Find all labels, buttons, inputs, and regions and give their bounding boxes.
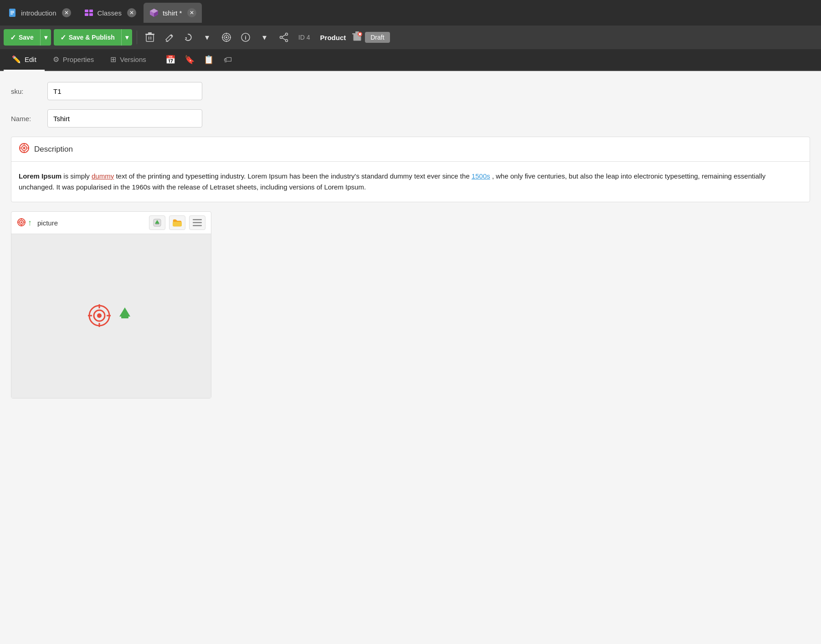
- svg-point-28: [285, 33, 287, 36]
- refresh-dropdown[interactable]: ▾: [199, 29, 216, 46]
- svg-rect-4: [85, 10, 88, 12]
- picture-label: picture: [36, 219, 145, 227]
- description-header: Description: [11, 137, 810, 162]
- calendar-icon[interactable]: 📅: [162, 51, 179, 68]
- tab-tshirt[interactable]: tshirt * ✕: [144, 3, 202, 23]
- svg-rect-68: [121, 317, 128, 318]
- info-button[interactable]: i: [237, 29, 254, 46]
- tab-bar: introduction ✕ Classes ✕ tshirt * ✕: [0, 0, 821, 26]
- draft-label: Draft: [365, 32, 390, 43]
- sku-label: sku:: [11, 87, 47, 95]
- svg-rect-6: [85, 13, 88, 16]
- tab-classes-close[interactable]: ✕: [127, 8, 136, 17]
- svg-rect-12: [146, 35, 154, 41]
- svg-point-30: [280, 36, 282, 39]
- product-badge: Product: [317, 34, 350, 41]
- svg-rect-56: [173, 222, 182, 226]
- tab-classes[interactable]: Classes ✕: [78, 3, 142, 23]
- tab-introduction[interactable]: introduction ✕: [2, 3, 77, 23]
- description-body: Lorem Ipsum is simply dummy text of the …: [11, 162, 810, 202]
- id-badge: ID 4: [295, 34, 314, 41]
- svg-point-29: [285, 40, 287, 42]
- tab-versions[interactable]: ⊞ Versions: [102, 49, 154, 71]
- draft-badge: Draft: [352, 31, 390, 44]
- description-link[interactable]: 1500s: [472, 172, 490, 180]
- refresh-button[interactable]: [180, 29, 196, 46]
- versions-icon: ⊞: [110, 55, 116, 64]
- sku-input[interactable]: [47, 82, 202, 100]
- tab-tshirt-label: tshirt *: [163, 9, 182, 17]
- picture-upload-button[interactable]: [149, 215, 165, 230]
- delete-button[interactable]: [142, 29, 158, 46]
- toolbar-separator-1: [137, 31, 137, 44]
- svg-rect-16: [148, 32, 152, 34]
- svg-rect-3: [10, 14, 13, 15]
- svg-rect-5: [89, 10, 93, 12]
- toolbar: ✓ Save ▾ ✓ Save & Publish ▾: [0, 26, 821, 49]
- svg-rect-55: [155, 224, 159, 225]
- picture-folder-button[interactable]: [169, 215, 185, 230]
- save-dropdown[interactable]: ▾: [40, 29, 51, 46]
- save-checkmark-icon: ✓: [10, 33, 16, 42]
- picture-large-upload-icon: [115, 306, 135, 327]
- svg-rect-15: [145, 34, 154, 35]
- save-button[interactable]: ✓ Save ▾: [4, 29, 51, 46]
- draft-delete-icon[interactable]: [352, 31, 362, 44]
- svg-line-32: [282, 38, 286, 40]
- name-input[interactable]: [47, 109, 202, 128]
- svg-rect-2: [10, 12, 14, 13]
- svg-marker-67: [119, 307, 130, 317]
- section-tabs: ✏️ Edit ⚙ Properties ⊞ Versions 📅 🔖 📋 🏷: [0, 49, 821, 71]
- picture-section: ↑ picture: [11, 211, 211, 399]
- save-publish-button[interactable]: ✓ Save & Publish ▾: [54, 29, 132, 46]
- main-content: sku: Name: Description Lorem I: [0, 71, 821, 644]
- description-bold: Lorem Ipsum: [19, 172, 62, 180]
- classes-icon: [84, 8, 94, 18]
- svg-point-48: [21, 221, 22, 223]
- tab-edit[interactable]: ✏️ Edit: [4, 49, 45, 71]
- save-publish-dropdown[interactable]: ▾: [121, 29, 132, 46]
- picture-body[interactable]: [11, 234, 211, 398]
- clipboard-icon[interactable]: 📋: [200, 51, 217, 68]
- edit-icon: ✏️: [12, 55, 21, 64]
- target-button[interactable]: [218, 29, 235, 46]
- doc-icon: [7, 8, 17, 18]
- svg-rect-57: [193, 219, 202, 220]
- picture-large-target-icon: [87, 304, 111, 329]
- name-label: Name:: [11, 115, 47, 123]
- description-underline: dummy: [92, 172, 114, 180]
- save-label: Save: [19, 34, 34, 41]
- tab-tshirt-close[interactable]: ✕: [187, 8, 196, 17]
- name-row: Name:: [11, 109, 810, 128]
- section-tab-actions: 📅 🔖 📋 🏷: [162, 51, 236, 68]
- svg-rect-58: [193, 222, 202, 224]
- tab-introduction-close[interactable]: ✕: [62, 8, 71, 17]
- sliders-icon: ⚙: [53, 55, 59, 64]
- tab-properties[interactable]: ⚙ Properties: [45, 49, 102, 71]
- tab-properties-label: Properties: [63, 56, 94, 63]
- description-target-icon: [19, 143, 30, 156]
- svg-point-41: [23, 147, 26, 149]
- save-publish-label: Save & Publish: [69, 34, 115, 41]
- description-text2: text of the printing and typesetting ind…: [116, 172, 472, 180]
- description-section: Description Lorem Ipsum is simply dummy …: [11, 137, 810, 202]
- picture-header-icons: ↑: [17, 218, 32, 228]
- tag-icon[interactable]: 🏷: [219, 51, 236, 68]
- info-dropdown[interactable]: ▾: [257, 29, 273, 46]
- description-text1: is simply: [63, 172, 92, 180]
- tab-edit-label: Edit: [25, 56, 36, 63]
- share-button[interactable]: [276, 29, 292, 46]
- edit-pencil-button[interactable]: [161, 29, 177, 46]
- svg-line-31: [282, 35, 286, 37]
- picture-upload-arrow-icon: ↑: [28, 218, 32, 228]
- svg-rect-1: [10, 11, 14, 12]
- box-icon: [149, 8, 159, 18]
- save-publish-checkmark-icon: ✓: [60, 33, 66, 42]
- tab-introduction-label: introduction: [21, 9, 56, 17]
- picture-placeholder: [87, 304, 135, 329]
- tab-classes-label: Classes: [97, 9, 122, 17]
- svg-point-21: [226, 36, 227, 38]
- picture-menu-button[interactable]: [189, 215, 205, 230]
- svg-rect-14: [150, 36, 151, 40]
- bookmark-icon[interactable]: 🔖: [181, 51, 198, 68]
